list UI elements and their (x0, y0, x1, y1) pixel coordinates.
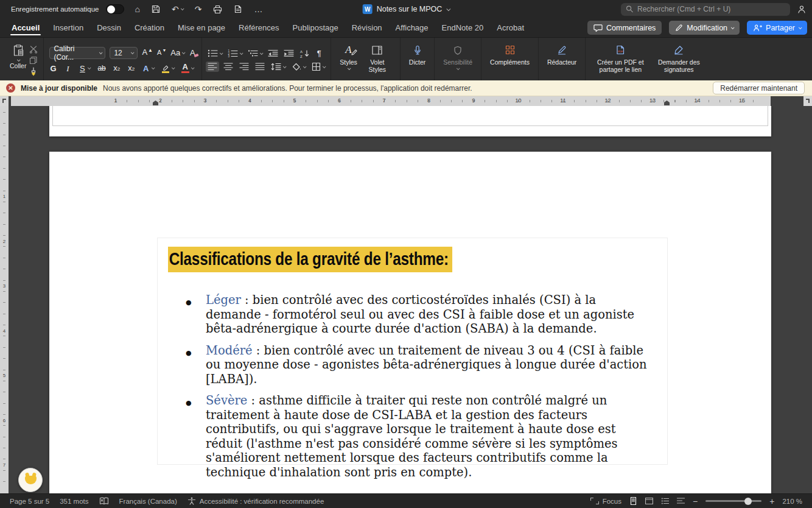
share-button[interactable]: Partager (747, 21, 807, 35)
web-layout-view-button[interactable] (645, 497, 653, 505)
restart-now-button[interactable]: Redémarrer maintenant (713, 82, 805, 94)
more-icon[interactable]: … (254, 5, 262, 13)
paste-button[interactable]: Coller (7, 41, 29, 79)
spellcheck-icon[interactable] (99, 497, 109, 505)
ribbon-tab[interactable]: Acrobat (490, 23, 531, 37)
borders-icon[interactable] (312, 62, 325, 71)
document-title[interactable]: Notes sur le MPOC (377, 5, 443, 13)
ribbon-tab[interactable]: Publipostage (286, 23, 345, 37)
page-count[interactable]: Page 5 sur 5 (10, 498, 49, 505)
shrink-font-icon[interactable]: A▼ (157, 48, 166, 58)
autosave-toggle[interactable] (106, 4, 124, 14)
cut-icon[interactable] (29, 45, 38, 54)
title-chevron-icon[interactable] (446, 7, 450, 11)
ribbon-tab[interactable]: Affichage (389, 23, 435, 37)
word-count[interactable]: 351 mots (60, 498, 88, 505)
comments-button[interactable]: Commentaires (587, 21, 662, 35)
ruler-number: 14 (675, 96, 720, 106)
account-icon[interactable] (797, 5, 807, 14)
accessibility-status[interactable]: Accessibilité : vérification recommandée (187, 497, 324, 506)
editing-mode-button[interactable]: Modification (669, 21, 740, 35)
underline-button[interactable]: S (79, 64, 90, 73)
create-pdf-button[interactable]: PDF Créer un PDF et partager le lien (591, 41, 649, 79)
word-window: Enregistrement automatique ⌂ ↶ ↷ … W Not… (0, 0, 812, 508)
slide-image[interactable]: Classifications de la gravité de l’asthm… (157, 238, 668, 465)
print-layout-view-button[interactable] (629, 497, 637, 505)
numbering-icon[interactable]: 123 (228, 49, 242, 57)
language-selector[interactable]: Français (Canada) (119, 498, 177, 505)
decrease-indent-icon[interactable] (268, 49, 278, 57)
bullets-icon[interactable] (208, 49, 222, 57)
zoom-level[interactable]: 210 % (782, 498, 802, 505)
subscript-button[interactable]: x2 (113, 63, 121, 74)
horizontal-ruler[interactable]: 123456789101112131415 (11, 96, 771, 106)
chevron-down-icon (181, 7, 184, 10)
change-case-icon[interactable]: Aa (170, 48, 184, 57)
text-effects-button[interactable]: A (142, 64, 154, 73)
save-icon[interactable] (152, 5, 160, 13)
zoom-slider[interactable] (705, 500, 761, 502)
ruler-number: 7 (362, 96, 407, 106)
previous-page-bottom[interactable] (49, 106, 771, 136)
line-spacing-icon[interactable] (271, 63, 285, 71)
undo-button[interactable]: ↶ (172, 5, 183, 13)
editor-button[interactable]: Rédacteur (544, 41, 579, 79)
multilevel-list-icon[interactable] (248, 49, 262, 57)
font-color-button[interactable]: A (181, 63, 194, 73)
styles-button[interactable]: A Styles (337, 41, 360, 79)
search-input[interactable] (637, 5, 785, 13)
grow-font-icon[interactable]: A▲ (142, 48, 153, 58)
feedback-button[interactable] (18, 468, 43, 492)
format-painter-icon[interactable] (29, 67, 38, 77)
shading-icon[interactable] (292, 63, 306, 71)
document-icon[interactable] (234, 5, 242, 13)
zoom-in-button[interactable]: + (769, 498, 774, 505)
addins-label: Compléments (490, 59, 530, 66)
italic-button[interactable]: I (64, 64, 71, 73)
increase-indent-icon[interactable] (284, 49, 294, 57)
font-size-select[interactable]: 12 (110, 47, 138, 59)
highlight-button[interactable] (161, 64, 174, 73)
redo-button[interactable]: ↷ (195, 5, 202, 13)
ribbon-tab[interactable]: Références (232, 23, 285, 37)
superscript-button[interactable]: x2 (128, 63, 135, 74)
align-left-button[interactable] (206, 62, 219, 72)
close-icon[interactable]: ✕ (6, 83, 15, 93)
dictate-button[interactable]: Dicter (406, 41, 429, 79)
bold-button[interactable]: G (49, 64, 57, 73)
ribbon-tab[interactable]: Dessin (90, 23, 128, 37)
ribbon-tab[interactable]: Création (128, 23, 171, 37)
clear-formatting-icon[interactable]: A (189, 48, 196, 57)
sort-icon[interactable]: AZ (299, 49, 310, 58)
tab-selector-box[interactable] (0, 96, 9, 106)
outline-view-button[interactable] (661, 497, 669, 505)
request-signatures-button[interactable]: Demander des signatures (649, 41, 708, 79)
align-center-button[interactable] (223, 63, 233, 71)
vertical-ruler[interactable]: 1234567 (0, 106, 9, 493)
ribbon-tab[interactable]: Mise en page (171, 23, 232, 37)
justify-button[interactable] (255, 63, 265, 71)
zoom-slider-knob[interactable] (744, 498, 752, 505)
copy-icon[interactable] (29, 56, 38, 65)
word-app-icon: W (363, 4, 373, 14)
share-label: Partager (766, 24, 795, 32)
editor-group: Rédacteur (538, 38, 585, 80)
align-right-button[interactable] (239, 63, 249, 71)
strikethrough-button[interactable]: ab (97, 64, 105, 73)
page[interactable]: Classifications de la gravité de l’asthm… (49, 152, 771, 493)
titlebar: Enregistrement automatique ⌂ ↶ ↷ … W Not… (0, 0, 812, 18)
draft-view-button[interactable] (677, 497, 685, 505)
addins-button[interactable]: Compléments (487, 41, 533, 79)
focus-toggle[interactable]: Focus (590, 498, 621, 505)
zoom-out-button[interactable]: − (693, 498, 698, 505)
styles-pane-button[interactable]: Volet Styles (360, 41, 394, 79)
font-name-select[interactable]: Calibri (Cor... (49, 47, 105, 59)
ribbon-tab[interactable]: Insertion (46, 23, 90, 37)
ribbon-tab[interactable]: Accueil (5, 23, 46, 37)
search-field[interactable] (621, 3, 790, 16)
ribbon-tab[interactable]: EndNote 20 (435, 23, 491, 37)
home-icon[interactable]: ⌂ (135, 5, 139, 13)
ribbon-tab[interactable]: Révision (345, 23, 389, 37)
print-icon[interactable] (213, 5, 222, 14)
pilcrow-icon[interactable]: ¶ (315, 49, 323, 58)
